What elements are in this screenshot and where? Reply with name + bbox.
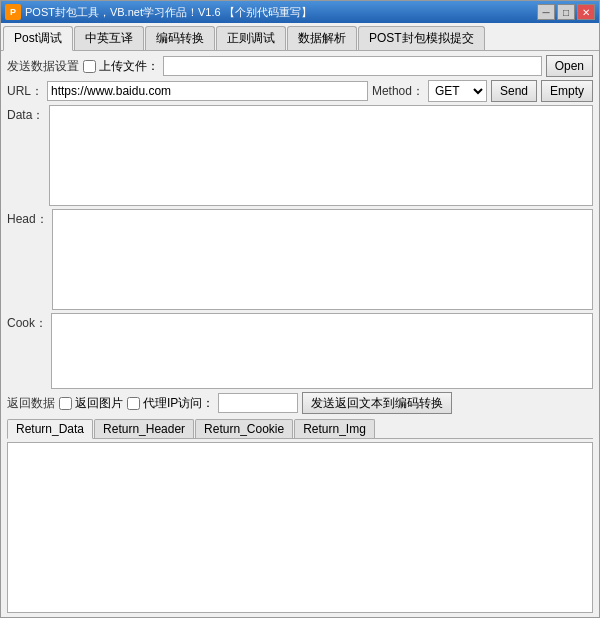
upload-file-input[interactable]	[163, 56, 542, 76]
data-label: Data：	[7, 105, 45, 124]
open-button[interactable]: Open	[546, 55, 593, 77]
return-section: 返回数据 返回图片 代理IP访问： 发送返回文本到编码转换	[7, 392, 593, 414]
result-tab-return-cookie[interactable]: Return_Cookie	[195, 419, 293, 438]
window-controls: ─ □ ✕	[537, 4, 595, 20]
send-settings-label: 发送数据设置	[7, 58, 79, 75]
method-select[interactable]: GET POST	[428, 80, 487, 102]
result-tab-return-img[interactable]: Return_Img	[294, 419, 375, 438]
send-settings-row: 发送数据设置 上传文件： Open	[7, 55, 593, 77]
content-area: 发送数据设置 上传文件： Open URL： Method： GET POST …	[1, 51, 599, 617]
data-field-row: Data：	[7, 105, 593, 206]
encode-return-button[interactable]: 发送返回文本到编码转换	[302, 392, 452, 414]
proxy-checkbox[interactable]	[127, 397, 140, 410]
url-row: URL： Method： GET POST Send Empty	[7, 80, 593, 102]
title-bar: P POST封包工具，VB.net学习作品！V1.6 【个别代码重写】 ─ □ …	[1, 1, 599, 23]
close-button[interactable]: ✕	[577, 4, 595, 20]
head-textarea[interactable]	[52, 209, 593, 310]
window-title: POST封包工具，VB.net学习作品！V1.6 【个别代码重写】	[25, 5, 537, 20]
send-button[interactable]: Send	[491, 80, 537, 102]
return-img-checkbox[interactable]	[59, 397, 72, 410]
return-img-checkbox-label: 返回图片	[59, 395, 123, 412]
maximize-button[interactable]: □	[557, 4, 575, 20]
result-area[interactable]	[7, 442, 593, 613]
tab-post-debug[interactable]: Post调试	[3, 26, 73, 51]
head-label: Head：	[7, 209, 48, 228]
cook-field-row: Cook：	[7, 313, 593, 389]
tab-zh-en[interactable]: 中英互译	[74, 26, 144, 50]
url-label: URL：	[7, 83, 43, 100]
app-icon: P	[5, 4, 21, 20]
head-field-row: Head：	[7, 209, 593, 310]
main-window: P POST封包工具，VB.net学习作品！V1.6 【个别代码重写】 ─ □ …	[0, 0, 600, 618]
result-tab-return-header[interactable]: Return_Header	[94, 419, 194, 438]
upload-file-label: 上传文件：	[83, 58, 159, 75]
tab-regex-debug[interactable]: 正则调试	[216, 26, 286, 50]
proxy-input[interactable]	[218, 393, 298, 413]
upload-file-checkbox[interactable]	[83, 60, 96, 73]
minimize-button[interactable]: ─	[537, 4, 555, 20]
tab-encode[interactable]: 编码转换	[145, 26, 215, 50]
cook-textarea[interactable]	[51, 313, 593, 389]
empty-button[interactable]: Empty	[541, 80, 593, 102]
method-label: Method：	[372, 83, 424, 100]
tab-post-simulate[interactable]: POST封包模拟提交	[358, 26, 485, 50]
cook-label: Cook：	[7, 313, 47, 332]
return-data-label: 返回数据	[7, 395, 55, 412]
result-tab-return-data[interactable]: Return_Data	[7, 419, 93, 439]
tab-bar: Post调试 中英互译 编码转换 正则调试 数据解析 POST封包模拟提交	[1, 23, 599, 51]
data-textarea[interactable]	[49, 105, 593, 206]
url-input[interactable]	[47, 81, 368, 101]
proxy-checkbox-label: 代理IP访问：	[127, 395, 214, 412]
result-tabs: Return_Data Return_Header Return_Cookie …	[7, 417, 593, 439]
tab-data-parse[interactable]: 数据解析	[287, 26, 357, 50]
